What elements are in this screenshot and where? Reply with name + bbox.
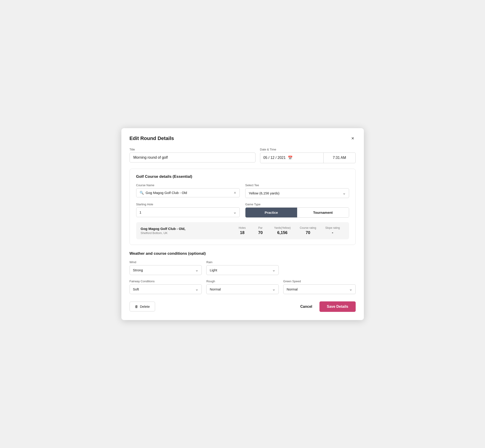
course-name-group: Course Name 🔍 ✕ [136, 184, 240, 198]
wind-wrap: Calm Light Moderate Strong Very Strong [129, 265, 202, 275]
modal-footer: 🗑 Delete Cancel Save Details [129, 301, 356, 312]
golf-course-title: Golf Course details (Essential) [136, 174, 349, 179]
wind-group: Wind Calm Light Moderate Strong Very Str… [129, 260, 202, 275]
hole-gametype-row: Starting Hole 1 2 3 10 Game Type Practic… [136, 203, 349, 218]
delete-button[interactable]: 🗑 Delete [129, 302, 155, 312]
par-label: Par [258, 226, 263, 230]
conditions-row: Fairway Conditions Dry Normal Soft Wet R… [129, 280, 356, 294]
par-stat: Par 70 [251, 226, 270, 235]
title-field-group: Title [129, 148, 256, 163]
delete-label: Delete [140, 304, 150, 308]
rough-label: Rough [206, 280, 279, 283]
save-button[interactable]: Save Details [319, 301, 356, 312]
course-info-name: Gog Magog Golf Club - Old, [141, 227, 233, 231]
wind-dropdown[interactable]: Calm Light Moderate Strong Very Strong [129, 265, 202, 275]
practice-toggle-button[interactable]: Practice [245, 208, 297, 217]
game-type-toggle: Practice Tournament [245, 207, 349, 218]
datetime-row: 05 / 12 / 2021 📅 7:31 AM [260, 152, 356, 163]
modal-title: Edit Round Details [129, 136, 174, 141]
game-type-label: Game Type [245, 203, 349, 206]
time-field[interactable]: 7:31 AM [323, 153, 356, 163]
rough-wrap: Short Normal Long Very Long [206, 284, 279, 294]
calendar-icon: 📅 [288, 155, 293, 160]
title-label: Title [129, 148, 256, 151]
search-icon: 🔍 [140, 191, 144, 195]
date-value: 05 / 12 / 2021 [263, 156, 286, 160]
title-input[interactable] [129, 152, 256, 162]
edit-round-modal: Edit Round Details × Title Date & Time 0… [121, 128, 364, 320]
course-rating-label: Course rating [300, 226, 316, 230]
datetime-field-group: Date & Time 05 / 12 / 2021 📅 7:31 AM [260, 148, 356, 163]
date-field[interactable]: 05 / 12 / 2021 📅 [260, 153, 323, 163]
select-tee-wrap: Yellow (6,156 yards) White Red Blue [245, 188, 349, 198]
close-button[interactable]: × [350, 136, 356, 141]
par-value: 70 [258, 230, 263, 235]
rough-dropdown[interactable]: Short Normal Long Very Long [206, 284, 279, 294]
starting-hole-wrap: 1 2 3 10 [136, 207, 240, 217]
yards-stat: Yards(Yellow) 6,156 [270, 226, 295, 235]
slope-rating-value: - [332, 230, 333, 235]
tournament-toggle-button[interactable]: Tournament [297, 208, 349, 217]
rain-label: Rain [206, 260, 279, 264]
select-tee-label: Select Tee [245, 184, 349, 187]
yards-value: 6,156 [277, 230, 288, 235]
holes-label: Holes [239, 226, 246, 230]
wind-rain-row: Wind Calm Light Moderate Strong Very Str… [129, 260, 356, 275]
starting-hole-group: Starting Hole 1 2 3 10 [136, 203, 240, 218]
course-rating-stat: Course rating 70 [295, 226, 321, 235]
slope-rating-label: Slope rating [325, 226, 340, 230]
weather-section: Weather and course conditions (optional)… [129, 251, 356, 294]
weather-title: Weather and course conditions (optional) [129, 251, 356, 256]
cancel-button[interactable]: Cancel [299, 302, 314, 312]
rough-group: Rough Short Normal Long Very Long [206, 280, 279, 294]
top-row: Title Date & Time 05 / 12 / 2021 📅 7:31 … [129, 148, 356, 163]
rain-group: Rain None Light Moderate Heavy [206, 260, 279, 275]
fairway-label: Fairway Conditions [129, 280, 202, 283]
trash-icon: 🗑 [135, 304, 138, 308]
green-speed-dropdown[interactable]: Slow Normal Fast Very Fast [283, 284, 356, 294]
golf-course-section: Golf Course details (Essential) Course N… [129, 169, 356, 245]
footer-right: Cancel Save Details [299, 301, 356, 312]
rain-wrap: None Light Moderate Heavy [206, 265, 279, 275]
holes-value: 18 [240, 230, 244, 235]
slope-rating-stat: Slope rating - [321, 226, 344, 235]
fairway-dropdown[interactable]: Dry Normal Soft Wet [129, 284, 202, 294]
course-info-row: Gog Magog Golf Club - Old, Shelford Bott… [136, 222, 349, 239]
course-tee-row: Course Name 🔍 ✕ Select Tee Yellow (6,156… [136, 184, 349, 198]
green-speed-wrap: Slow Normal Fast Very Fast [283, 284, 356, 294]
time-value: 7:31 AM [333, 156, 346, 160]
clear-icon[interactable]: ✕ [234, 191, 236, 195]
starting-hole-dropdown[interactable]: 1 2 3 10 [136, 207, 240, 217]
course-name-search-wrap: 🔍 ✕ [136, 188, 240, 197]
fairway-group: Fairway Conditions Dry Normal Soft Wet [129, 280, 202, 294]
select-tee-group: Select Tee Yellow (6,156 yards) White Re… [245, 184, 349, 198]
datetime-label: Date & Time [260, 148, 356, 151]
select-tee-dropdown[interactable]: Yellow (6,156 yards) White Red Blue [245, 188, 349, 198]
green-speed-label: Green Speed [283, 280, 356, 283]
modal-header: Edit Round Details × [129, 136, 356, 141]
course-info-location: Shelford Bottom, UK [141, 231, 233, 235]
course-name-location: Gog Magog Golf Club - Old, Shelford Bott… [141, 227, 233, 235]
game-type-group: Game Type Practice Tournament [245, 203, 349, 218]
green-speed-group: Green Speed Slow Normal Fast Very Fast [283, 280, 356, 294]
starting-hole-label: Starting Hole [136, 203, 240, 206]
yards-label: Yards(Yellow) [274, 226, 291, 230]
wind-label: Wind [129, 260, 202, 264]
course-rating-value: 70 [306, 230, 310, 235]
course-name-label: Course Name [136, 184, 240, 187]
rain-spacer [283, 260, 356, 275]
course-name-input[interactable] [146, 191, 232, 195]
fairway-wrap: Dry Normal Soft Wet [129, 284, 202, 294]
rain-dropdown[interactable]: None Light Moderate Heavy [206, 265, 279, 275]
holes-stat: Holes 18 [233, 226, 251, 235]
